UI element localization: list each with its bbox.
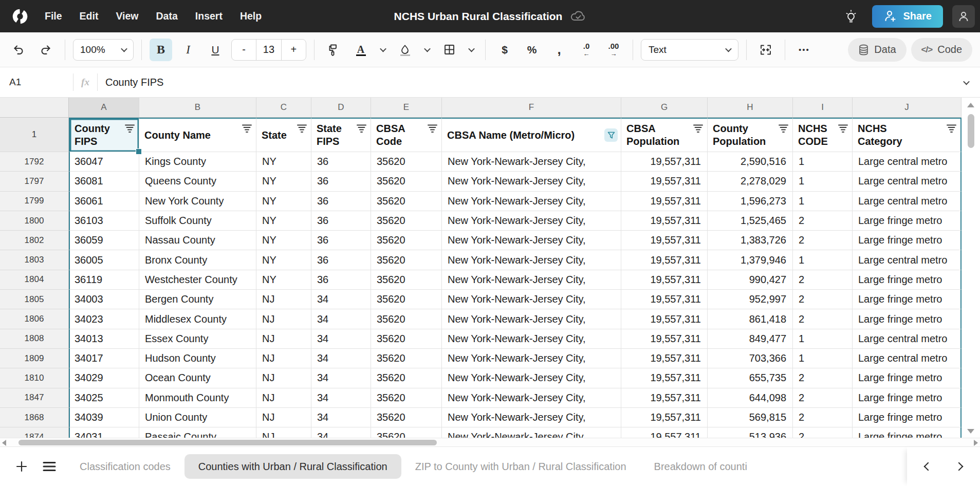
cell-C1874[interactable]: NJ bbox=[256, 427, 311, 438]
header-cell-F[interactable]: CBSA Name (Metro/Micro) bbox=[442, 118, 621, 152]
paint-format-icon[interactable] bbox=[322, 39, 345, 61]
row-header-1809[interactable]: 1809 bbox=[0, 349, 69, 368]
cell-B1810[interactable]: Ocean County bbox=[139, 368, 256, 388]
cell-G1805[interactable]: 19,557,311 bbox=[621, 290, 708, 309]
sheet-tab-1[interactable]: Classification codes bbox=[66, 454, 184, 479]
cell-G1847[interactable]: 19,557,311 bbox=[621, 388, 708, 408]
cell-D1797[interactable]: 36 bbox=[311, 172, 371, 191]
redo-button[interactable] bbox=[34, 39, 57, 61]
cell-B1803[interactable]: Bronx County bbox=[139, 250, 256, 270]
cell-G1797[interactable]: 19,557,311 bbox=[621, 172, 708, 191]
cell-A1810[interactable]: 34029 bbox=[69, 368, 139, 388]
cell-J1868[interactable]: Large fringe metro bbox=[853, 408, 961, 427]
cell-C1847[interactable]: NJ bbox=[256, 388, 311, 408]
cell-J1792[interactable]: Large central metro bbox=[853, 152, 961, 172]
menu-file[interactable]: File bbox=[36, 0, 71, 32]
header-cell-J[interactable]: NCHS Category bbox=[853, 118, 961, 152]
cell-H1804[interactable]: 990,427 bbox=[708, 270, 793, 290]
header-cell-I[interactable]: NCHS CODE bbox=[793, 118, 853, 152]
cell-D1810[interactable]: 34 bbox=[311, 368, 371, 388]
select-all-corner[interactable] bbox=[0, 98, 69, 118]
cell-F1868[interactable]: New York-Newark-Jersey City, bbox=[442, 408, 621, 427]
cell-F1800[interactable]: New York-Newark-Jersey City, bbox=[442, 211, 621, 231]
text-color-button[interactable]: A bbox=[349, 39, 372, 61]
cell-D1805[interactable]: 34 bbox=[311, 290, 371, 309]
menu-edit[interactable]: Edit bbox=[71, 0, 107, 32]
cell-H1799[interactable]: 1,596,273 bbox=[708, 192, 793, 211]
cell-I1800[interactable]: 2 bbox=[793, 211, 853, 231]
row-header-1799[interactable]: 1799 bbox=[0, 192, 69, 211]
cell-A1805[interactable]: 34003 bbox=[69, 290, 139, 309]
row-header-1847[interactable]: 1847 bbox=[0, 388, 69, 408]
zoom-select[interactable]: 100% bbox=[73, 39, 134, 61]
cell-C1868[interactable]: NJ bbox=[256, 408, 311, 427]
currency-format-button[interactable]: $ bbox=[493, 39, 516, 61]
cell-C1792[interactable]: NY bbox=[256, 152, 311, 172]
cell-H1847[interactable]: 644,098 bbox=[708, 388, 793, 408]
cell-A1804[interactable]: 36119 bbox=[69, 270, 139, 290]
cell-G1803[interactable]: 19,557,311 bbox=[621, 250, 708, 270]
cell-C1800[interactable]: NY bbox=[256, 211, 311, 231]
row-header-1803[interactable]: 1803 bbox=[0, 250, 69, 270]
cell-F1805[interactable]: New York-Newark-Jersey City, bbox=[442, 290, 621, 309]
cell-C1797[interactable]: NY bbox=[256, 172, 311, 191]
scroll-right-arrow[interactable] bbox=[974, 440, 978, 446]
cell-I1804[interactable]: 2 bbox=[793, 270, 853, 290]
cell-D1806[interactable]: 34 bbox=[311, 309, 371, 329]
cell-E1792[interactable]: 35620 bbox=[371, 152, 442, 172]
document-title[interactable]: NCHS Urban Rural Classification bbox=[394, 10, 563, 23]
cell-G1800[interactable]: 19,557,311 bbox=[621, 211, 708, 231]
cell-C1799[interactable]: NY bbox=[256, 192, 311, 211]
filter-button[interactable] bbox=[693, 124, 704, 133]
cell-G1868[interactable]: 19,557,311 bbox=[621, 408, 708, 427]
header-cell-D[interactable]: State FIPS bbox=[311, 118, 371, 152]
cell-G1808[interactable]: 19,557,311 bbox=[621, 329, 708, 349]
cell-E1809[interactable]: 35620 bbox=[371, 349, 442, 368]
cell-E1874[interactable]: 35620 bbox=[371, 427, 442, 438]
cell-G1792[interactable]: 19,557,311 bbox=[621, 152, 708, 172]
menu-view[interactable]: View bbox=[107, 0, 147, 32]
cell-C1810[interactable]: NJ bbox=[256, 368, 311, 388]
sheet-list-menu-button[interactable] bbox=[38, 455, 61, 478]
cell-J1804[interactable]: Large fringe metro bbox=[853, 270, 961, 290]
scroll-up-arrow[interactable] bbox=[967, 103, 974, 107]
cell-J1797[interactable]: Large central metro bbox=[853, 172, 961, 191]
header-cell-G[interactable]: CBSA Population bbox=[621, 118, 708, 152]
cell-F1792[interactable]: New York-Newark-Jersey City, bbox=[442, 152, 621, 172]
cell-F1797[interactable]: New York-Newark-Jersey City, bbox=[442, 172, 621, 191]
cell-F1847[interactable]: New York-Newark-Jersey City, bbox=[442, 388, 621, 408]
formula-bar-expand-icon[interactable] bbox=[963, 78, 970, 85]
menu-insert[interactable]: Insert bbox=[187, 0, 231, 32]
borders-dropdown[interactable] bbox=[465, 39, 477, 61]
format-type-select[interactable]: Text bbox=[641, 39, 738, 61]
cell-E1847[interactable]: 35620 bbox=[371, 388, 442, 408]
header-cell-B[interactable]: County Name bbox=[139, 118, 256, 152]
cell-I1802[interactable]: 2 bbox=[793, 231, 853, 250]
filter-button[interactable] bbox=[946, 124, 957, 133]
header-cell-C[interactable]: State bbox=[256, 118, 311, 152]
filter-button[interactable] bbox=[838, 124, 848, 133]
column-header-G[interactable]: G bbox=[621, 98, 708, 118]
fill-color-dropdown[interactable] bbox=[421, 39, 433, 61]
cell-E1806[interactable]: 35620 bbox=[371, 309, 442, 329]
cell-H1802[interactable]: 1,383,726 bbox=[708, 231, 793, 250]
cell-J1800[interactable]: Large fringe metro bbox=[853, 211, 961, 231]
filter-button[interactable] bbox=[124, 124, 135, 133]
cell-I1797[interactable]: 1 bbox=[793, 172, 853, 191]
row-header-1808[interactable]: 1808 bbox=[0, 329, 69, 349]
cell-A1847[interactable]: 34025 bbox=[69, 388, 139, 408]
cell-E1797[interactable]: 35620 bbox=[371, 172, 442, 191]
cell-A1806[interactable]: 34023 bbox=[69, 309, 139, 329]
cell-H1868[interactable]: 569,815 bbox=[708, 408, 793, 427]
cell-A1802[interactable]: 36059 bbox=[69, 231, 139, 250]
cell-B1800[interactable]: Suffolk County bbox=[139, 211, 256, 231]
cell-C1804[interactable]: NY bbox=[256, 270, 311, 290]
cell-D1800[interactable]: 36 bbox=[311, 211, 371, 231]
cell-C1809[interactable]: NJ bbox=[256, 349, 311, 368]
font-size-decrease-button[interactable]: - bbox=[232, 40, 256, 60]
cell-J1805[interactable]: Large fringe metro bbox=[853, 290, 961, 309]
cell-D1799[interactable]: 36 bbox=[311, 192, 371, 211]
cell-A1803[interactable]: 36005 bbox=[69, 250, 139, 270]
row-header-1804[interactable]: 1804 bbox=[0, 270, 69, 290]
cell-I1874[interactable]: 2 bbox=[793, 427, 853, 438]
